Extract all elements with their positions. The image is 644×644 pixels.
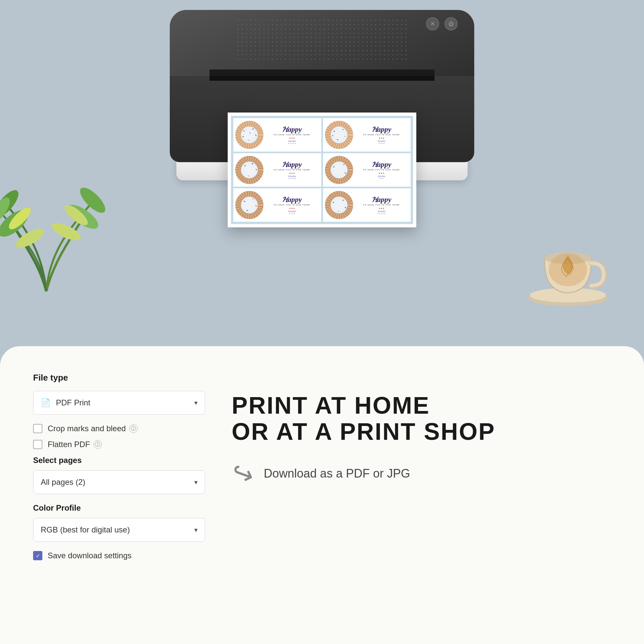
printer-paper: 𝓗appy TO HAVE YOU IN OUR TEAM! ♥ ♥ ♥ Ken… xyxy=(228,113,416,227)
donut-card: 𝓗appy TO HAVE YOU IN OUR TEAM! ♥ ♥ ♥ Ken… xyxy=(323,153,411,187)
save-settings-checkbox[interactable]: ✓ xyxy=(33,551,42,560)
svg-point-46 xyxy=(244,200,254,210)
color-profile-dropdown-wrapper: RGB (best for digital use) ▾ xyxy=(33,518,205,542)
select-pages-dropdown-wrapper: All pages (2) ▾ xyxy=(33,470,205,494)
promo-arrow-row: ↩ Download as a PDF or JPG xyxy=(232,458,611,489)
save-settings-label: Save download settings xyxy=(48,551,132,560)
flatten-pdf-row: Flatten PDF ⓘ xyxy=(33,440,205,449)
donut-illustration xyxy=(235,156,263,184)
color-profile-dropdown[interactable]: RGB (best for digital use) ▾ xyxy=(33,518,205,542)
svg-point-54 xyxy=(334,200,344,210)
color-profile-label: Color Profile xyxy=(33,503,205,513)
flatten-pdf-info-icon[interactable]: ⓘ xyxy=(93,440,102,449)
svg-point-22 xyxy=(334,130,344,140)
donut-card: 𝓗appy TO HAVE YOU IN OUR TEAM! ♥ ♥ ♥ Ken… xyxy=(233,153,321,187)
chevron-down-icon: ▾ xyxy=(194,526,198,534)
crop-marks-label: Crop marks and bleed ⓘ xyxy=(48,424,138,433)
file-type-dropdown-wrapper: 📄 PDF Print ▾ xyxy=(33,391,205,415)
select-pages-dropdown[interactable]: All pages (2) ▾ xyxy=(33,470,205,494)
power-button[interactable]: ⏻ xyxy=(444,17,458,30)
flatten-pdf-checkbox[interactable] xyxy=(33,440,42,449)
file-type-dropdown[interactable]: 📄 PDF Print ▾ xyxy=(33,391,205,415)
donut-card: 𝓗appy TO HAVE YOU IN OUR TEAM! ♥ ♥ ♥ Ken… xyxy=(323,188,411,222)
promo-title: PRINT AT HOME OR AT A PRINT SHOP xyxy=(232,392,611,445)
svg-point-31 xyxy=(244,165,254,175)
donut-illustration xyxy=(325,121,353,149)
svg-point-12 xyxy=(244,130,254,140)
crop-marks-row: Crop marks and bleed ⓘ xyxy=(33,424,205,433)
select-pages-value: All pages (2) xyxy=(41,478,189,487)
form-section: File type 📄 PDF Print ▾ Crop marks and b… xyxy=(33,373,205,567)
close-button[interactable]: ✕ xyxy=(426,17,439,30)
file-type-label: File type xyxy=(33,373,205,383)
coffee-cup-decoration xyxy=(518,205,618,311)
flatten-pdf-label: Flatten PDF ⓘ xyxy=(48,440,102,449)
promo-subtitle: Download as a PDF or JPG xyxy=(264,467,410,481)
crop-marks-checkbox[interactable] xyxy=(33,424,42,433)
chevron-down-icon: ▾ xyxy=(194,399,198,407)
crop-marks-info-icon[interactable]: ⓘ xyxy=(129,424,138,433)
save-settings-row: ✓ Save download settings xyxy=(33,551,205,560)
select-pages-label: Select pages xyxy=(33,456,205,465)
plant-decoration xyxy=(0,132,113,298)
svg-point-6 xyxy=(49,219,83,244)
file-icon: 📄 xyxy=(41,398,51,407)
donut-illustration xyxy=(235,191,263,219)
curved-arrow-icon: ↩ xyxy=(227,455,258,492)
donut-illustration xyxy=(325,191,353,219)
chevron-down-icon: ▾ xyxy=(194,478,198,486)
donut-card: 𝓗appy TO HAVE YOU IN OUR TEAM! ♥ ♥ ♥ Ken… xyxy=(233,118,321,152)
file-type-value: PDF Print xyxy=(56,398,189,407)
donut-card: 𝓗appy TO HAVE YOU IN OUR TEAM! ♥ ♥ ♥ Ken… xyxy=(323,118,411,152)
donut-illustration xyxy=(235,121,263,149)
donut-illustration xyxy=(325,156,353,184)
donut-card: 𝓗appy TO HAVE YOU IN OUR TEAM! ♥ ♥ ♥ Ken… xyxy=(233,188,321,222)
promo-section: PRINT AT HOME OR AT A PRINT SHOP ↩ Downl… xyxy=(232,373,611,489)
color-profile-value: RGB (best for digital use) xyxy=(41,525,189,534)
top-photo-section: ✕ ⏻ xyxy=(0,0,644,364)
svg-point-39 xyxy=(334,165,344,175)
bottom-panel: File type 📄 PDF Print ▾ Crop marks and b… xyxy=(0,346,644,644)
